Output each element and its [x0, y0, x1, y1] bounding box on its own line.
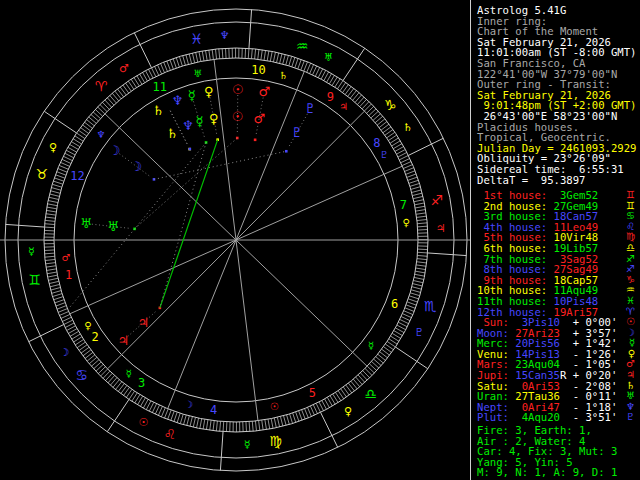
- degree-tick: [411, 187, 421, 190]
- degree-tick: [53, 294, 63, 297]
- degree-tick: [284, 416, 287, 426]
- degree-tick: [48, 275, 58, 277]
- degree-tick: [255, 421, 256, 431]
- degree-tick: [409, 296, 419, 299]
- sign-glyph-aries: ♈: [95, 78, 108, 94]
- sign-division-line: [107, 399, 129, 431]
- degree-tick: [196, 52, 198, 62]
- degree-tick: [54, 178, 63, 181]
- sign-glyph-aquarius: ♒: [296, 38, 309, 54]
- degree-tick: [61, 314, 70, 318]
- degree-tick: [226, 422, 227, 432]
- house-number: 8: [373, 136, 380, 150]
- degree-tick: [65, 153, 74, 158]
- degree-tick: [400, 319, 409, 323]
- sign-glyph-libra: ♎: [365, 386, 378, 402]
- transit-planet-glyph-merc: ☿: [188, 88, 196, 103]
- degree-tick: [410, 183, 420, 186]
- degree-tick: [216, 421, 217, 431]
- degree-tick: [418, 249, 428, 250]
- degree-tick: [283, 54, 286, 64]
- house-ruler-icon: ♀: [402, 217, 409, 228]
- degree-tick: [223, 422, 224, 432]
- degree-tick: [60, 162, 69, 166]
- sign-glyph-scorpio: ♏: [424, 298, 437, 314]
- house-number: 6: [391, 297, 398, 311]
- degree-tick: [248, 48, 249, 58]
- transit-planet-glyph-uran: ♅: [80, 216, 92, 231]
- chart-info-line: San Francisco, CA: [471, 58, 640, 69]
- transit-planet-glyph-jupi: ♃: [117, 333, 129, 348]
- house-ruler-icon: ☽: [184, 399, 193, 410]
- house-number: 5: [309, 386, 316, 400]
- degree-tick: [411, 290, 421, 293]
- transit-planet-glyph-moon: ☽: [109, 143, 121, 158]
- degree-tick: [412, 193, 422, 195]
- degree-tick: [213, 421, 214, 431]
- degree-tick: [58, 168, 67, 172]
- degree-tick: [280, 54, 282, 64]
- degree-tick: [417, 255, 427, 256]
- house-number: 12: [70, 169, 84, 183]
- degree-tick: [407, 302, 416, 305]
- degree-tick: [316, 403, 320, 412]
- degree-tick: [255, 49, 256, 59]
- degree-tick: [298, 59, 301, 68]
- degree-tick: [296, 412, 299, 421]
- degree-tick: [287, 415, 290, 425]
- degree-tick: [268, 419, 270, 429]
- degree-tick: [417, 219, 427, 220]
- degree-tick: [413, 196, 423, 198]
- aspect-line-venu-jupi: [160, 140, 218, 308]
- degree-tick: [49, 197, 59, 199]
- degree-tick: [50, 194, 60, 196]
- sign-ruler-icon: ♀: [49, 141, 57, 154]
- degree-tick: [46, 210, 56, 212]
- stats-line: M: 9, N: 1, A: 9, D: 1: [471, 467, 640, 478]
- sign-ruler-icon: ♀: [344, 405, 352, 418]
- sign-division-line: [220, 432, 223, 471]
- degree-tick: [418, 230, 428, 231]
- degree-tick: [415, 206, 425, 208]
- degree-tick: [299, 411, 302, 420]
- planet-position-value: 4Aqu20: [515, 411, 560, 423]
- sign-division-line: [395, 347, 427, 369]
- degree-tick: [412, 190, 422, 193]
- degree-tick: [222, 48, 223, 58]
- house-ruler-icon: ♆: [97, 129, 106, 140]
- degree-tick: [209, 50, 210, 60]
- degree-tick: [265, 420, 267, 430]
- natal-planet-glyph-mars: ♂: [253, 111, 265, 126]
- degree-tick: [219, 49, 220, 59]
- sign-ruler-icon: ☉: [138, 416, 148, 429]
- degree-tick: [48, 201, 58, 203]
- degree-tick: [47, 204, 57, 206]
- degree-tick: [267, 51, 269, 61]
- degree-tick: [168, 410, 172, 419]
- sign-glyph-gemini: ♊: [29, 272, 42, 288]
- sign-division-line: [408, 138, 443, 155]
- house-sign-icon: ♓: [626, 296, 635, 307]
- degree-tick: [171, 411, 174, 420]
- natal-planet-glyph-moon: ☽: [130, 159, 142, 174]
- degree-tick: [45, 263, 55, 264]
- house-ruler-icon: ♂: [61, 252, 70, 263]
- degree-tick: [47, 207, 57, 209]
- degree-tick: [277, 53, 279, 63]
- degree-tick: [44, 250, 54, 251]
- degree-tick: [289, 56, 292, 66]
- degree-tick: [161, 63, 165, 72]
- degree-tick: [261, 50, 262, 60]
- degree-tick: [413, 284, 423, 286]
- degree-tick: [45, 259, 55, 260]
- degree-tick: [57, 306, 66, 310]
- degree-tick: [304, 62, 308, 71]
- house-cusp-line: [236, 240, 367, 366]
- sign-ruler-icon: ♃: [436, 222, 446, 235]
- degree-tick: [157, 65, 161, 74]
- degree-tick: [197, 418, 199, 428]
- degree-tick: [50, 191, 60, 194]
- chart-wheel: ♈♂♉♀♊☿♋☽♌☉♍☿♎♀♏♇♐♃♑♄♒♅♓♆1♂2♀3☿4☽5☉6☿7♀8♇…: [0, 0, 470, 480]
- degree-tick: [401, 158, 410, 162]
- planet-icon: ♇: [626, 412, 635, 423]
